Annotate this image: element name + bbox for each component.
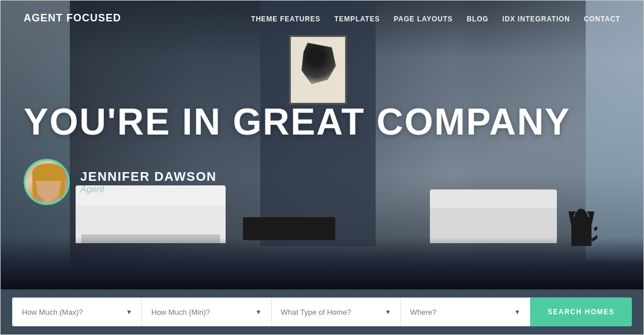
chevron-down-icon: ▼ bbox=[385, 308, 391, 315]
hero-content: YOU'RE IN GREAT COMPANY bbox=[1, 36, 643, 289]
nav-link-contact[interactable]: CONTACT bbox=[584, 15, 620, 23]
nav-link-blog[interactable]: BLOG bbox=[467, 15, 489, 23]
navbar: AGENT FOCUSED THEME FEATURES TEMPLATES P… bbox=[1, 1, 643, 36]
svg-point-2 bbox=[31, 201, 66, 205]
home-type-dropdown[interactable]: What Type of Home? ▼ bbox=[271, 297, 400, 326]
location-dropdown[interactable]: Where? ▼ bbox=[400, 297, 530, 326]
max-price-label: How Much (Max)? bbox=[22, 308, 83, 317]
chevron-down-icon: ▼ bbox=[256, 308, 262, 315]
svg-point-7 bbox=[51, 182, 55, 185]
chevron-down-icon: ▼ bbox=[514, 308, 521, 315]
nav-link-page-layouts[interactable]: PAGE LAYOUTS bbox=[394, 15, 452, 23]
nav-item-idx[interactable]: IDX INTEGRATION bbox=[503, 13, 570, 24]
svg-point-6 bbox=[42, 182, 46, 185]
search-bar: How Much (Max)? ▼ How Much (Min)? ▼ What… bbox=[1, 289, 643, 334]
nav-link-templates[interactable]: TEMPLATES bbox=[334, 15, 380, 23]
hero-headline: YOU'RE IN GREAT COMPANY bbox=[24, 103, 620, 142]
nav-item-contact[interactable]: CONTACT bbox=[584, 13, 620, 24]
agent-card: JENNIFER DAWSON Agent bbox=[24, 159, 620, 205]
max-price-dropdown[interactable]: How Much (Max)? ▼ bbox=[12, 297, 141, 326]
search-homes-button[interactable]: SEARCH HOMES bbox=[530, 297, 632, 326]
nav-item-theme-features[interactable]: THEME FEATURES bbox=[251, 13, 320, 24]
brand-logo[interactable]: AGENT FOCUSED bbox=[24, 12, 121, 24]
page-wrapper: AGENT FOCUSED THEME FEATURES TEMPLATES P… bbox=[0, 0, 644, 335]
location-label: Where? bbox=[410, 308, 437, 317]
agent-name: JENNIFER DAWSON bbox=[80, 169, 216, 184]
nav-item-blog[interactable]: BLOG bbox=[467, 13, 489, 24]
nav-item-templates[interactable]: TEMPLATES bbox=[334, 13, 380, 24]
agent-title: Agent bbox=[80, 184, 216, 195]
svg-point-4 bbox=[36, 170, 61, 200]
nav-item-page-layouts[interactable]: PAGE LAYOUTS bbox=[394, 13, 452, 24]
min-price-label: How Much (Min)? bbox=[151, 308, 210, 317]
hero-section: AGENT FOCUSED THEME FEATURES TEMPLATES P… bbox=[1, 1, 643, 289]
nav-link-theme-features[interactable]: THEME FEATURES bbox=[251, 15, 320, 23]
chevron-down-icon: ▼ bbox=[126, 308, 132, 315]
nav-link-idx[interactable]: IDX INTEGRATION bbox=[503, 15, 570, 23]
home-type-label: What Type of Home? bbox=[281, 308, 351, 317]
min-price-dropdown[interactable]: How Much (Min)? ▼ bbox=[141, 297, 271, 326]
avatar bbox=[24, 159, 70, 205]
nav-menu: THEME FEATURES TEMPLATES PAGE LAYOUTS BL… bbox=[251, 13, 620, 24]
agent-info: JENNIFER DAWSON Agent bbox=[80, 169, 216, 195]
svg-point-5 bbox=[35, 164, 62, 183]
